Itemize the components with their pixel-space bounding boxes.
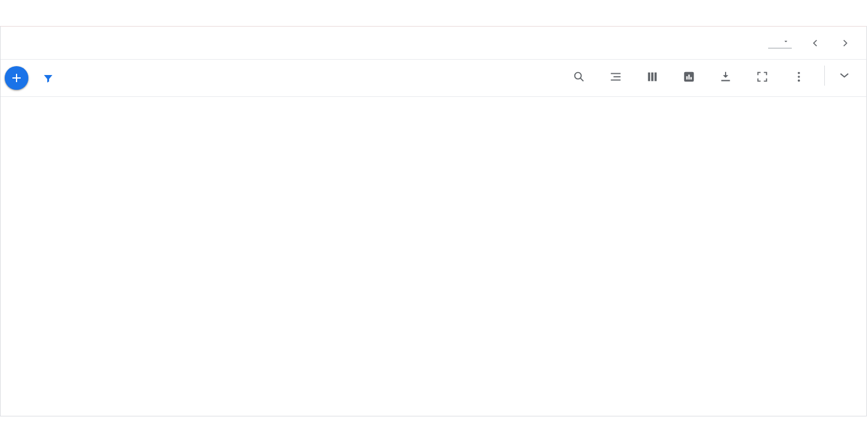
download-icon bbox=[719, 70, 732, 83]
columns-icon bbox=[646, 70, 659, 83]
toolbar-download-button[interactable] bbox=[707, 69, 744, 87]
filter-cost-chip[interactable] bbox=[76, 73, 80, 83]
toolbar-more-button[interactable] bbox=[781, 69, 817, 87]
campaigns-panel bbox=[0, 26, 867, 416]
toolbar-search-button[interactable] bbox=[561, 69, 597, 87]
toolbar-report-button[interactable] bbox=[671, 69, 707, 87]
toolbar-divider bbox=[824, 66, 825, 86]
table-toolbar bbox=[561, 66, 860, 90]
expand-icon bbox=[756, 70, 769, 83]
add-campaign-button[interactable] bbox=[5, 66, 28, 90]
filter-funnel-icon[interactable] bbox=[43, 73, 54, 84]
filter-status-chip[interactable] bbox=[69, 73, 71, 83]
title-row bbox=[1, 27, 866, 60]
plus-icon bbox=[9, 71, 24, 85]
search-icon bbox=[573, 70, 586, 83]
filter-row bbox=[1, 60, 866, 97]
chevron-down-icon bbox=[837, 67, 852, 83]
segment-icon bbox=[609, 70, 622, 83]
collapse-toolbar-button[interactable] bbox=[837, 67, 852, 83]
date-range-button[interactable] bbox=[768, 38, 792, 48]
filter-chips bbox=[69, 73, 105, 83]
date-range-picker bbox=[760, 37, 851, 49]
date-prev-button[interactable] bbox=[810, 37, 821, 49]
chevron-down-icon bbox=[782, 38, 789, 45]
toolbar-columns-button[interactable] bbox=[634, 69, 671, 87]
report-icon bbox=[682, 70, 695, 83]
date-next-button[interactable] bbox=[839, 37, 851, 49]
more-icon bbox=[792, 70, 805, 83]
toolbar-segment-button[interactable] bbox=[597, 69, 634, 87]
campaigns-page bbox=[0, 0, 868, 443]
toolbar-expand-button[interactable] bbox=[744, 69, 781, 87]
